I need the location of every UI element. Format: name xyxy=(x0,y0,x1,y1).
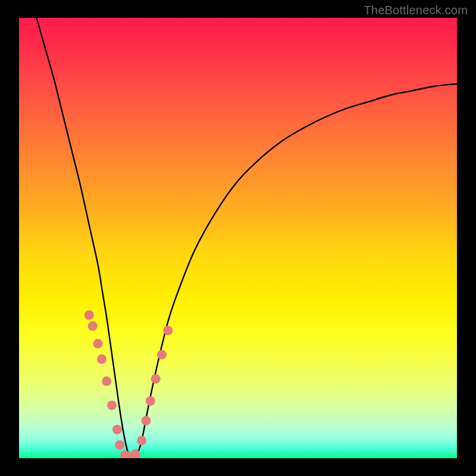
highlight-dot xyxy=(112,425,122,434)
highlight-dot xyxy=(157,350,167,359)
highlight-dot xyxy=(93,339,102,349)
chart-frame: TheBottleneck.com xyxy=(0,0,476,476)
highlight-dot xyxy=(137,436,146,445)
highlight-dot xyxy=(102,377,111,386)
highlight-dot xyxy=(84,311,94,320)
highlight-dot xyxy=(141,416,151,425)
bottleneck-curve xyxy=(36,18,457,456)
curve-path xyxy=(36,18,457,456)
highlight-dot xyxy=(163,325,173,335)
highlight-dot xyxy=(146,396,155,406)
highlight-dot xyxy=(151,374,161,384)
highlight-dot xyxy=(97,355,107,364)
highlight-dots xyxy=(84,311,173,459)
plot-area xyxy=(19,18,457,458)
highlight-dot xyxy=(115,440,124,450)
highlight-dot xyxy=(107,400,117,410)
highlight-dot xyxy=(88,321,98,331)
chart-svg xyxy=(19,18,457,458)
watermark-text: TheBottleneck.com xyxy=(364,4,468,17)
